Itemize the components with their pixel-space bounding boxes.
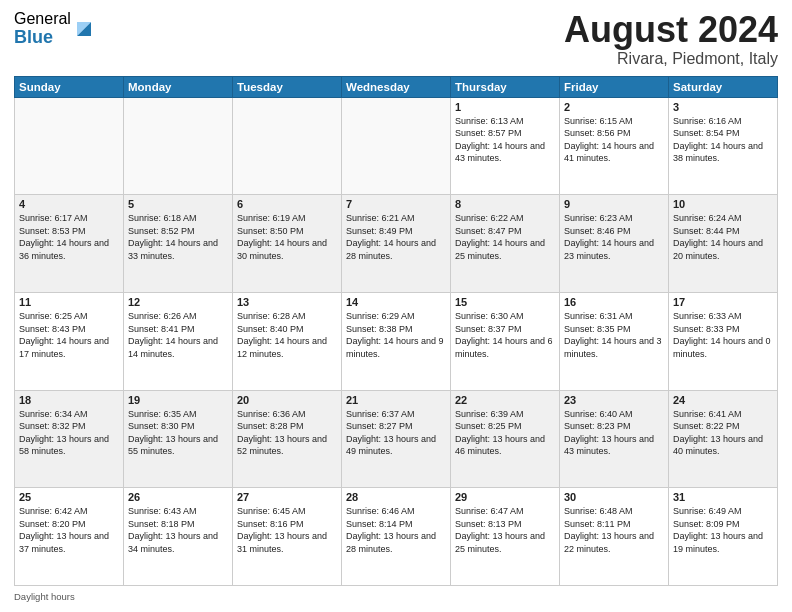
calendar-subtitle: Rivara, Piedmont, Italy <box>564 50 778 68</box>
day-number: 27 <box>237 491 337 503</box>
day-number: 17 <box>673 296 773 308</box>
table-row: 24Sunrise: 6:41 AM Sunset: 8:22 PM Dayli… <box>669 390 778 488</box>
day-info: Sunrise: 6:45 AM Sunset: 8:16 PM Dayligh… <box>237 505 337 555</box>
table-row: 6Sunrise: 6:19 AM Sunset: 8:50 PM Daylig… <box>233 195 342 293</box>
table-row: 13Sunrise: 6:28 AM Sunset: 8:40 PM Dayli… <box>233 292 342 390</box>
day-info: Sunrise: 6:42 AM Sunset: 8:20 PM Dayligh… <box>19 505 119 555</box>
day-number: 29 <box>455 491 555 503</box>
day-info: Sunrise: 6:37 AM Sunset: 8:27 PM Dayligh… <box>346 408 446 458</box>
table-row: 29Sunrise: 6:47 AM Sunset: 8:13 PM Dayli… <box>451 488 560 586</box>
table-row: 31Sunrise: 6:49 AM Sunset: 8:09 PM Dayli… <box>669 488 778 586</box>
table-row: 19Sunrise: 6:35 AM Sunset: 8:30 PM Dayli… <box>124 390 233 488</box>
col-tuesday: Tuesday <box>233 76 342 97</box>
table-row: 17Sunrise: 6:33 AM Sunset: 8:33 PM Dayli… <box>669 292 778 390</box>
day-info: Sunrise: 6:46 AM Sunset: 8:14 PM Dayligh… <box>346 505 446 555</box>
day-info: Sunrise: 6:35 AM Sunset: 8:30 PM Dayligh… <box>128 408 228 458</box>
logo: General Blue <box>14 10 95 47</box>
table-row: 8Sunrise: 6:22 AM Sunset: 8:47 PM Daylig… <box>451 195 560 293</box>
logo-general: General <box>14 10 71 28</box>
table-row: 11Sunrise: 6:25 AM Sunset: 8:43 PM Dayli… <box>15 292 124 390</box>
table-row <box>124 97 233 195</box>
table-row: 28Sunrise: 6:46 AM Sunset: 8:14 PM Dayli… <box>342 488 451 586</box>
day-info: Sunrise: 6:29 AM Sunset: 8:38 PM Dayligh… <box>346 310 446 360</box>
table-row: 15Sunrise: 6:30 AM Sunset: 8:37 PM Dayli… <box>451 292 560 390</box>
day-info: Sunrise: 6:15 AM Sunset: 8:56 PM Dayligh… <box>564 115 664 165</box>
day-number: 13 <box>237 296 337 308</box>
day-info: Sunrise: 6:23 AM Sunset: 8:46 PM Dayligh… <box>564 212 664 262</box>
day-info: Sunrise: 6:48 AM Sunset: 8:11 PM Dayligh… <box>564 505 664 555</box>
day-info: Sunrise: 6:25 AM Sunset: 8:43 PM Dayligh… <box>19 310 119 360</box>
day-info: Sunrise: 6:16 AM Sunset: 8:54 PM Dayligh… <box>673 115 773 165</box>
calendar-week-row: 18Sunrise: 6:34 AM Sunset: 8:32 PM Dayli… <box>15 390 778 488</box>
col-monday: Monday <box>124 76 233 97</box>
table-row: 23Sunrise: 6:40 AM Sunset: 8:23 PM Dayli… <box>560 390 669 488</box>
day-info: Sunrise: 6:34 AM Sunset: 8:32 PM Dayligh… <box>19 408 119 458</box>
table-row: 25Sunrise: 6:42 AM Sunset: 8:20 PM Dayli… <box>15 488 124 586</box>
logo-icon <box>73 18 95 40</box>
table-row <box>15 97 124 195</box>
day-number: 30 <box>564 491 664 503</box>
day-info: Sunrise: 6:39 AM Sunset: 8:25 PM Dayligh… <box>455 408 555 458</box>
table-row: 3Sunrise: 6:16 AM Sunset: 8:54 PM Daylig… <box>669 97 778 195</box>
day-number: 23 <box>564 394 664 406</box>
calendar-week-row: 1Sunrise: 6:13 AM Sunset: 8:57 PM Daylig… <box>15 97 778 195</box>
day-number: 28 <box>346 491 446 503</box>
table-row: 10Sunrise: 6:24 AM Sunset: 8:44 PM Dayli… <box>669 195 778 293</box>
title-block: August 2024 Rivara, Piedmont, Italy <box>564 10 778 68</box>
col-friday: Friday <box>560 76 669 97</box>
day-number: 1 <box>455 101 555 113</box>
table-row: 2Sunrise: 6:15 AM Sunset: 8:56 PM Daylig… <box>560 97 669 195</box>
day-info: Sunrise: 6:43 AM Sunset: 8:18 PM Dayligh… <box>128 505 228 555</box>
day-number: 7 <box>346 198 446 210</box>
calendar-week-row: 4Sunrise: 6:17 AM Sunset: 8:53 PM Daylig… <box>15 195 778 293</box>
day-number: 22 <box>455 394 555 406</box>
day-number: 3 <box>673 101 773 113</box>
day-info: Sunrise: 6:49 AM Sunset: 8:09 PM Dayligh… <box>673 505 773 555</box>
table-row: 27Sunrise: 6:45 AM Sunset: 8:16 PM Dayli… <box>233 488 342 586</box>
day-number: 10 <box>673 198 773 210</box>
day-info: Sunrise: 6:13 AM Sunset: 8:57 PM Dayligh… <box>455 115 555 165</box>
day-number: 8 <box>455 198 555 210</box>
day-info: Sunrise: 6:31 AM Sunset: 8:35 PM Dayligh… <box>564 310 664 360</box>
table-row: 4Sunrise: 6:17 AM Sunset: 8:53 PM Daylig… <box>15 195 124 293</box>
table-row: 16Sunrise: 6:31 AM Sunset: 8:35 PM Dayli… <box>560 292 669 390</box>
day-number: 4 <box>19 198 119 210</box>
calendar-table: Sunday Monday Tuesday Wednesday Thursday… <box>14 76 778 586</box>
table-row: 1Sunrise: 6:13 AM Sunset: 8:57 PM Daylig… <box>451 97 560 195</box>
calendar-header-row: Sunday Monday Tuesday Wednesday Thursday… <box>15 76 778 97</box>
day-info: Sunrise: 6:26 AM Sunset: 8:41 PM Dayligh… <box>128 310 228 360</box>
day-number: 12 <box>128 296 228 308</box>
day-number: 15 <box>455 296 555 308</box>
day-info: Sunrise: 6:36 AM Sunset: 8:28 PM Dayligh… <box>237 408 337 458</box>
col-saturday: Saturday <box>669 76 778 97</box>
day-info: Sunrise: 6:19 AM Sunset: 8:50 PM Dayligh… <box>237 212 337 262</box>
day-info: Sunrise: 6:30 AM Sunset: 8:37 PM Dayligh… <box>455 310 555 360</box>
day-number: 24 <box>673 394 773 406</box>
day-number: 2 <box>564 101 664 113</box>
day-number: 21 <box>346 394 446 406</box>
table-row: 14Sunrise: 6:29 AM Sunset: 8:38 PM Dayli… <box>342 292 451 390</box>
table-row: 21Sunrise: 6:37 AM Sunset: 8:27 PM Dayli… <box>342 390 451 488</box>
table-row <box>342 97 451 195</box>
table-row <box>233 97 342 195</box>
day-number: 6 <box>237 198 337 210</box>
table-row: 20Sunrise: 6:36 AM Sunset: 8:28 PM Dayli… <box>233 390 342 488</box>
day-info: Sunrise: 6:41 AM Sunset: 8:22 PM Dayligh… <box>673 408 773 458</box>
day-number: 31 <box>673 491 773 503</box>
day-info: Sunrise: 6:40 AM Sunset: 8:23 PM Dayligh… <box>564 408 664 458</box>
col-thursday: Thursday <box>451 76 560 97</box>
day-info: Sunrise: 6:33 AM Sunset: 8:33 PM Dayligh… <box>673 310 773 360</box>
table-row: 12Sunrise: 6:26 AM Sunset: 8:41 PM Dayli… <box>124 292 233 390</box>
day-info: Sunrise: 6:21 AM Sunset: 8:49 PM Dayligh… <box>346 212 446 262</box>
header: General Blue August 2024 Rivara, Piedmon… <box>14 10 778 68</box>
logo-text: General Blue <box>14 10 71 47</box>
table-row: 18Sunrise: 6:34 AM Sunset: 8:32 PM Dayli… <box>15 390 124 488</box>
day-info: Sunrise: 6:17 AM Sunset: 8:53 PM Dayligh… <box>19 212 119 262</box>
day-number: 26 <box>128 491 228 503</box>
day-info: Sunrise: 6:47 AM Sunset: 8:13 PM Dayligh… <box>455 505 555 555</box>
calendar-title: August 2024 <box>564 10 778 50</box>
col-wednesday: Wednesday <box>342 76 451 97</box>
table-row: 7Sunrise: 6:21 AM Sunset: 8:49 PM Daylig… <box>342 195 451 293</box>
day-number: 11 <box>19 296 119 308</box>
day-number: 18 <box>19 394 119 406</box>
